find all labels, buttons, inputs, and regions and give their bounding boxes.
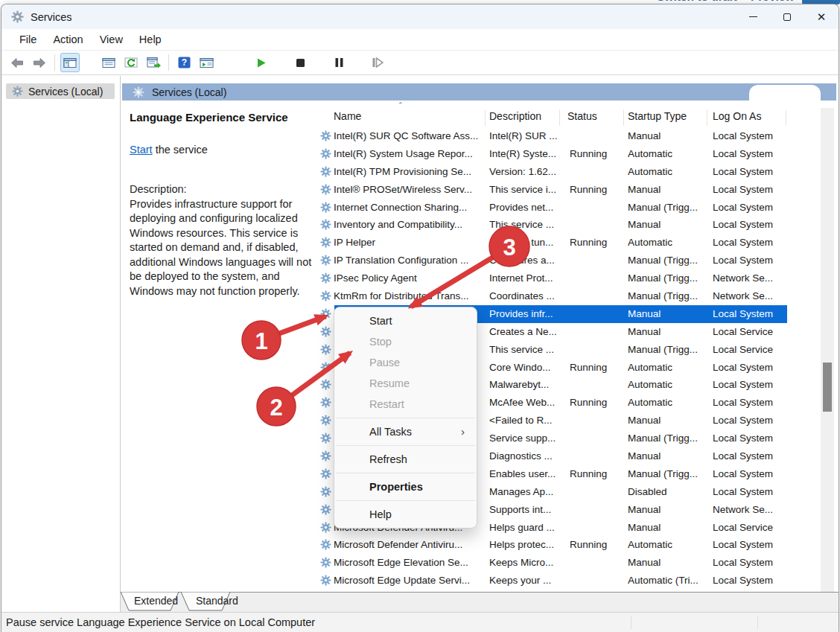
service-description-cell: McAfee Web... [489, 394, 562, 412]
service-logon-cell: Local System [713, 252, 790, 269]
service-gear-icon [320, 344, 331, 355]
column-divider[interactable] [485, 109, 486, 126]
column-divider[interactable] [786, 109, 786, 126]
refresh-button[interactable] [121, 53, 141, 72]
service-description-cell: Service supp... [489, 430, 562, 447]
column-divider[interactable] [623, 109, 624, 126]
close-button[interactable]: ✕ [804, 4, 839, 29]
start-service-link[interactable]: Start [130, 144, 153, 156]
context-menu-item[interactable]: Restart [334, 394, 477, 415]
context-menu-item[interactable] [336, 418, 475, 418]
service-startup-type-cell: Manual [628, 412, 708, 430]
column-header-status[interactable]: Status [567, 110, 597, 122]
service-description-cell: Creates a Ne... [489, 323, 562, 341]
service-description-cell: Intel(R) SUR ... [489, 127, 562, 145]
context-menu-item[interactable]: Help [334, 504, 477, 525]
context-menu-item[interactable] [336, 445, 475, 446]
service-logon-cell: Local System [713, 483, 790, 501]
column-header-name[interactable]: Name [334, 110, 361, 122]
service-logon-cell: Local System [713, 305, 790, 323]
service-name-cell: KtmRm for Distributed Trans... [317, 287, 486, 305]
context-menu-item[interactable]: Resume [334, 373, 477, 394]
column-header-startup-type[interactable]: Startup Type [628, 110, 687, 122]
table-row[interactable]: Intel® PROSet/Wireless Serv... This serv… [317, 181, 822, 199]
service-gear-icon [320, 450, 331, 462]
stop-service-icon [296, 58, 305, 68]
pause-service-button[interactable] [329, 53, 349, 72]
minimize-icon [749, 16, 757, 17]
minimize-button[interactable] [736, 4, 770, 29]
table-row[interactable]: Microsoft Edge Elevation Se... Keeps Mic… [317, 554, 822, 572]
tab-extended[interactable]: Extended [134, 595, 178, 607]
table-row[interactable]: KtmRm for Distributed Trans... Coordinat… [317, 287, 822, 305]
restart-service-button[interactable] [368, 53, 387, 72]
service-status-cell: Running [570, 359, 623, 377]
service-logon-cell: Local System [713, 216, 790, 234]
context-menu-item[interactable]: All Tasks› [334, 421, 477, 442]
context-menu-item[interactable]: Stop [334, 331, 477, 352]
service-logon-cell: Local System [713, 163, 790, 181]
menu-item[interactable]: Action [45, 31, 91, 48]
stop-service-button[interactable] [290, 53, 310, 72]
service-startup-type-cell: Manual (Trigg... [628, 341, 708, 359]
table-row[interactable]: IP Helper Provides tun... Running Automa… [317, 234, 822, 252]
context-menu-item[interactable] [336, 500, 475, 501]
service-startup-type-cell: Manual (Trigg... [628, 199, 708, 217]
back-button[interactable] [7, 53, 27, 72]
table-row[interactable]: IPsec Policy Agent Internet Prot... Manu… [317, 269, 822, 287]
table-row[interactable]: Microsoft Edge Update Servi... Keeps you… [317, 572, 822, 590]
service-status-cell [570, 501, 623, 519]
extended-view-button[interactable] [197, 53, 216, 72]
tab-standard[interactable]: Standard [196, 595, 238, 607]
table-row[interactable]: Intel(R) System Usage Repor... Inte(R) S… [317, 145, 822, 163]
service-status-cell [570, 341, 623, 359]
column-divider[interactable] [559, 109, 560, 126]
service-gear-icon [320, 379, 331, 390]
service-logon-cell: Local Service [713, 519, 790, 537]
service-description-cell: Core Windo... [489, 359, 562, 377]
list-scrollbar[interactable] [821, 108, 834, 592]
help-button[interactable]: ? [174, 53, 194, 72]
service-status-cell [570, 163, 623, 181]
service-gear-icon [320, 237, 331, 248]
title-bar[interactable]: Services ✕ [1, 4, 839, 29]
table-row[interactable]: Microsoft Edge Update Servi... Keeps you… [317, 590, 822, 592]
export-list-button[interactable] [144, 53, 163, 72]
column-divider[interactable] [707, 109, 707, 126]
work-area: Services (Local) Language Experience Ser… [121, 76, 839, 592]
scrollbar-thumb[interactable] [823, 363, 832, 412]
service-gear-icon [320, 397, 331, 408]
table-row[interactable]: Microsoft Defender Antiviru... Helps pro… [317, 536, 822, 554]
service-description-cell: Enables user... [489, 465, 562, 483]
forward-button[interactable] [30, 53, 49, 72]
service-startup-type-cell: Automatic [628, 145, 708, 163]
service-description-cell: Manages Ap... [489, 483, 562, 501]
context-menu-item[interactable] [336, 473, 475, 473]
service-description-cell: Keeps your ... [489, 590, 562, 592]
column-header-log-on-as[interactable]: Log On As [713, 110, 761, 122]
table-row[interactable]: Intel(R) TPM Provisioning Se... Version:… [317, 163, 822, 181]
show-console-tree-button[interactable] [60, 53, 80, 72]
properties-button[interactable] [99, 53, 118, 72]
service-gear-icon [320, 326, 331, 337]
table-row[interactable]: Intel(R) SUR QC Software Ass... Intel(R)… [317, 127, 822, 145]
context-menu-item[interactable]: Refresh [334, 449, 477, 470]
tree-item-services-local[interactable]: Services (Local) [6, 83, 115, 99]
context-menu-item[interactable]: Properties [334, 476, 477, 497]
start-service-button[interactable] [252, 53, 271, 72]
table-row[interactable]: Internet Connection Sharing... Provides … [317, 199, 822, 217]
menu-item[interactable]: Help [131, 31, 170, 48]
service-description-cell: Provides infr... [489, 305, 562, 323]
status-bar-divider [757, 616, 758, 629]
maximize-button[interactable] [770, 4, 804, 29]
context-menu-item[interactable]: Pause [334, 352, 477, 373]
context-menu-item[interactable]: Start [334, 310, 477, 331]
table-row[interactable]: IP Translation Configuration ... Configu… [317, 252, 822, 269]
table-row[interactable]: Inventory and Compatibility... This serv… [317, 216, 822, 234]
service-status-cell: Running [570, 536, 623, 554]
menu-item[interactable]: View [92, 31, 131, 48]
column-header-description[interactable]: Description [489, 110, 541, 122]
service-startup-type-cell: Manual (Trigg... [628, 465, 708, 483]
menu-item[interactable]: File [11, 31, 45, 48]
service-logon-cell: Local System [713, 572, 790, 590]
